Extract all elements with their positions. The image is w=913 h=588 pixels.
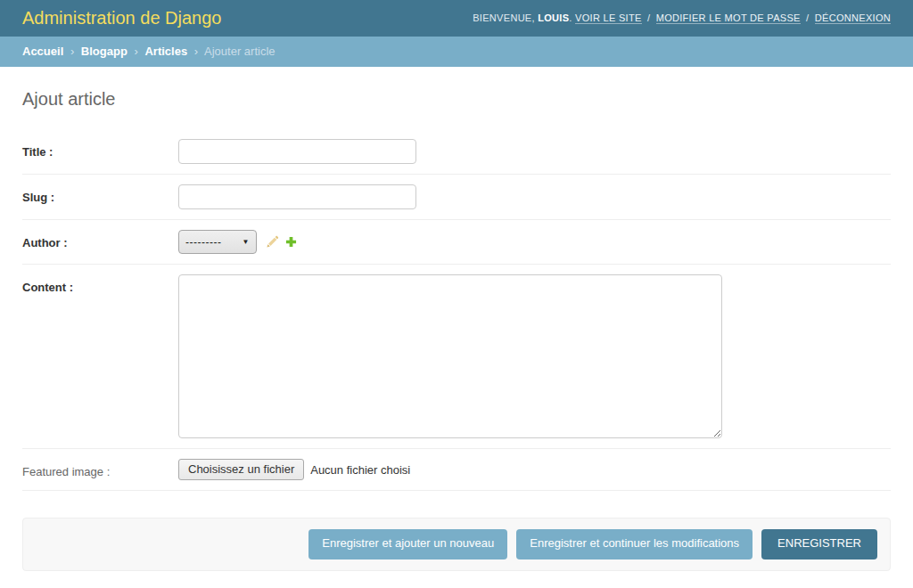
breadcrumb: Accueil › Blogapp › Articles › Ajouter a… <box>0 37 913 67</box>
content-textarea[interactable] <box>178 274 722 438</box>
title-label: Title : <box>22 139 178 159</box>
form-row-author: Author : --------- ▼ <box>22 220 891 265</box>
breadcrumb-current: Ajouter article <box>204 45 275 58</box>
form-row-content: Content : <box>22 265 891 449</box>
featured-image-label: Featured image : <box>22 459 178 478</box>
period: . <box>569 12 572 23</box>
breadcrumb-home-link[interactable]: Accueil <box>22 45 63 58</box>
edit-author-pencil-icon[interactable] <box>266 235 279 249</box>
form-row-featured-image: Featured image : Choisissez un fichier A… <box>22 449 891 491</box>
breadcrumb-separator: › <box>194 45 198 58</box>
author-select[interactable]: --------- ▼ <box>178 230 257 254</box>
header: Administration de Django BIENVENUE, LOUI… <box>0 0 913 37</box>
breadcrumb-separator: › <box>70 45 74 58</box>
user-tools-separator: / <box>647 12 650 23</box>
username: LOUIS <box>538 12 569 23</box>
file-status-text: Aucun fichier choisi <box>310 463 410 477</box>
content-label: Content : <box>22 274 178 294</box>
content: Ajout article Title : Slug : Author : --… <box>0 89 913 588</box>
choose-file-button[interactable]: Choisissez un fichier <box>178 459 304 480</box>
slug-label: Slug : <box>22 184 178 204</box>
page-title: Ajout article <box>22 89 891 110</box>
breadcrumb-model-link[interactable]: Articles <box>144 45 187 58</box>
form-row-slug: Slug : <box>22 175 891 220</box>
user-tools-separator: / <box>806 12 809 23</box>
save-and-add-button[interactable]: Enregistrer et ajouter un nouveau <box>308 529 507 559</box>
dropdown-arrow-icon: ▼ <box>243 238 250 246</box>
form-row-title: Title : <box>22 129 891 175</box>
save-button[interactable]: ENREGISTRER <box>761 529 877 559</box>
author-selected-value: --------- <box>185 236 221 249</box>
article-form: Title : Slug : Author : --------- ▼ <box>22 129 891 571</box>
view-site-link[interactable]: VOIR LE SITE <box>575 12 642 24</box>
slug-input[interactable] <box>178 184 416 209</box>
author-label: Author : <box>22 230 178 249</box>
page: Administration de Django BIENVENUE, LOUI… <box>0 0 913 588</box>
welcome-text: BIENVENUE, <box>473 12 535 23</box>
submit-row: Enregistrer et ajouter un nouveau Enregi… <box>22 518 891 571</box>
add-author-plus-icon[interactable] <box>285 236 297 248</box>
logout-link[interactable]: DÉCONNEXION <box>815 12 891 24</box>
breadcrumb-separator: › <box>134 45 137 58</box>
breadcrumb-app-link[interactable]: Blogapp <box>81 45 127 58</box>
user-tools: BIENVENUE, LOUIS. VOIR LE SITE / MODIFIE… <box>473 12 891 23</box>
save-and-continue-button[interactable]: Enregistrer et continuer les modificatio… <box>516 529 753 559</box>
site-title-link[interactable]: Administration de Django <box>22 8 221 28</box>
title-input[interactable] <box>178 139 416 164</box>
change-password-link[interactable]: MODIFIER LE MOT DE PASSE <box>656 12 801 24</box>
